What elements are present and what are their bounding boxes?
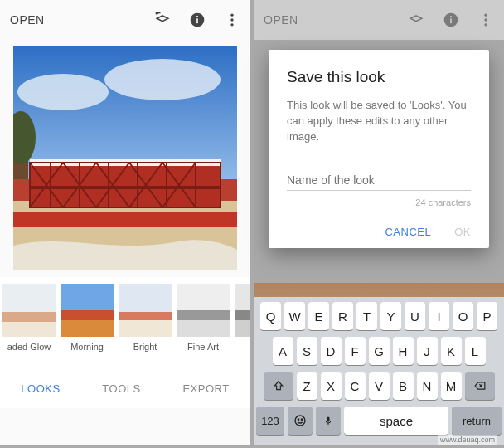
key-i[interactable]: I bbox=[429, 302, 449, 330]
key-x[interactable]: X bbox=[321, 372, 342, 400]
look-thumb bbox=[235, 284, 250, 337]
key-f[interactable]: F bbox=[345, 337, 366, 365]
key-h[interactable]: H bbox=[393, 337, 414, 365]
look-thumb bbox=[119, 284, 172, 337]
svg-rect-47 bbox=[235, 320, 250, 337]
svg-point-4 bbox=[230, 18, 233, 21]
top-icons bbox=[154, 12, 240, 28]
svg-point-56 bbox=[295, 416, 305, 426]
svg-rect-35 bbox=[2, 322, 56, 337]
save-look-screen: OPEN Save this look This look will be sa… bbox=[254, 0, 504, 445]
svg-rect-2 bbox=[196, 16, 198, 17]
open-button[interactable]: OPEN bbox=[10, 13, 45, 27]
key-q[interactable]: Q bbox=[260, 302, 281, 330]
svg-point-8 bbox=[104, 59, 220, 100]
key-s[interactable]: S bbox=[297, 337, 317, 365]
look-label: Morning bbox=[60, 342, 114, 352]
info-icon[interactable] bbox=[189, 12, 206, 28]
key-l[interactable]: L bbox=[465, 337, 486, 365]
svg-point-57 bbox=[298, 419, 298, 420]
key-j[interactable]: J bbox=[417, 337, 438, 365]
svg-rect-33 bbox=[2, 284, 56, 315]
key-r[interactable]: R bbox=[332, 302, 353, 330]
look-label: aded Glow bbox=[2, 342, 56, 352]
shift-key[interactable] bbox=[264, 372, 293, 400]
char-counter: 24 characters bbox=[287, 197, 471, 207]
look-label: Fine Art bbox=[176, 342, 230, 352]
image-canvas[interactable] bbox=[0, 40, 250, 277]
key-n[interactable]: N bbox=[417, 372, 438, 400]
key-t[interactable]: T bbox=[356, 302, 377, 330]
ok-button[interactable]: OK bbox=[454, 226, 471, 238]
key-z[interactable]: Z bbox=[297, 372, 317, 400]
key-w[interactable]: W bbox=[284, 302, 305, 330]
svg-rect-1 bbox=[196, 18, 198, 23]
looks-strip[interactable]: aded Glow Morning Bright Fine Art Push bbox=[0, 277, 250, 368]
numbers-key[interactable]: 123 bbox=[256, 407, 284, 435]
look-item[interactable]: Push bbox=[234, 284, 250, 352]
bottom-tabs: LOOKS TOOLS EXPORT bbox=[0, 368, 250, 408]
look-item[interactable]: aded Glow bbox=[2, 284, 56, 352]
key-e[interactable]: E bbox=[308, 302, 329, 330]
key-c[interactable]: C bbox=[345, 372, 366, 400]
emoji-key[interactable] bbox=[288, 407, 313, 435]
svg-rect-59 bbox=[327, 417, 330, 422]
svg-rect-36 bbox=[61, 284, 114, 312]
svg-rect-43 bbox=[177, 310, 230, 322]
dialog-title: Save this look bbox=[287, 68, 471, 86]
cancel-button[interactable]: CANCEL bbox=[385, 226, 431, 238]
dictation-key[interactable] bbox=[316, 407, 341, 435]
svg-rect-37 bbox=[61, 310, 114, 322]
svg-rect-39 bbox=[119, 284, 172, 314]
svg-rect-46 bbox=[235, 310, 250, 322]
key-m[interactable]: M bbox=[441, 372, 462, 400]
svg-point-3 bbox=[230, 14, 233, 17]
key-o[interactable]: O bbox=[453, 302, 473, 330]
svg-rect-34 bbox=[2, 312, 56, 324]
editor-screen: OPEN bbox=[0, 0, 250, 445]
look-item[interactable]: Fine Art bbox=[176, 284, 230, 352]
key-g[interactable]: G bbox=[369, 337, 390, 365]
layers-undo-icon[interactable] bbox=[154, 12, 171, 28]
watermark: www.deuaq.com bbox=[438, 435, 497, 445]
top-bar: OPEN bbox=[0, 0, 250, 40]
look-item[interactable]: Morning bbox=[60, 284, 114, 352]
key-y[interactable]: Y bbox=[380, 302, 401, 330]
overflow-menu-icon[interactable] bbox=[224, 12, 240, 28]
look-thumb bbox=[177, 284, 230, 337]
key-b[interactable]: B bbox=[393, 372, 414, 400]
tab-export[interactable]: EXPORT bbox=[182, 382, 229, 395]
save-look-dialog: Save this look This look will be saved t… bbox=[269, 50, 489, 248]
return-key[interactable]: return bbox=[452, 407, 502, 435]
look-label: Bright bbox=[118, 342, 172, 352]
backspace-key[interactable] bbox=[465, 372, 495, 400]
key-p[interactable]: P bbox=[477, 302, 497, 330]
keyboard: QWERTYUIOP ASDFGHJKL ZXCVBNM 123 space r… bbox=[254, 297, 504, 445]
svg-point-5 bbox=[230, 23, 233, 26]
look-thumb bbox=[61, 284, 114, 337]
svg-rect-13 bbox=[30, 186, 220, 189]
look-label: Push bbox=[234, 342, 250, 352]
look-thumb bbox=[2, 284, 56, 337]
svg-rect-38 bbox=[61, 320, 114, 337]
dialog-body: This look will be saved to 'Looks'. You … bbox=[287, 98, 471, 145]
svg-point-58 bbox=[301, 419, 302, 420]
space-key[interactable]: space bbox=[344, 407, 448, 435]
key-v[interactable]: V bbox=[369, 372, 390, 400]
svg-rect-41 bbox=[119, 320, 172, 337]
svg-rect-44 bbox=[177, 320, 230, 337]
key-k[interactable]: K bbox=[441, 337, 462, 365]
look-item[interactable]: Bright bbox=[118, 284, 172, 352]
key-u[interactable]: U bbox=[405, 302, 425, 330]
tab-tools[interactable]: TOOLS bbox=[102, 382, 140, 395]
svg-rect-31 bbox=[13, 212, 237, 227]
key-d[interactable]: D bbox=[321, 337, 342, 365]
look-name-input[interactable] bbox=[287, 170, 471, 191]
dialog-buttons: CANCEL OK bbox=[287, 226, 471, 238]
svg-point-7 bbox=[17, 74, 109, 110]
tab-looks[interactable]: LOOKS bbox=[21, 382, 60, 395]
key-a[interactable]: A bbox=[273, 337, 293, 365]
main-photo bbox=[13, 46, 237, 270]
